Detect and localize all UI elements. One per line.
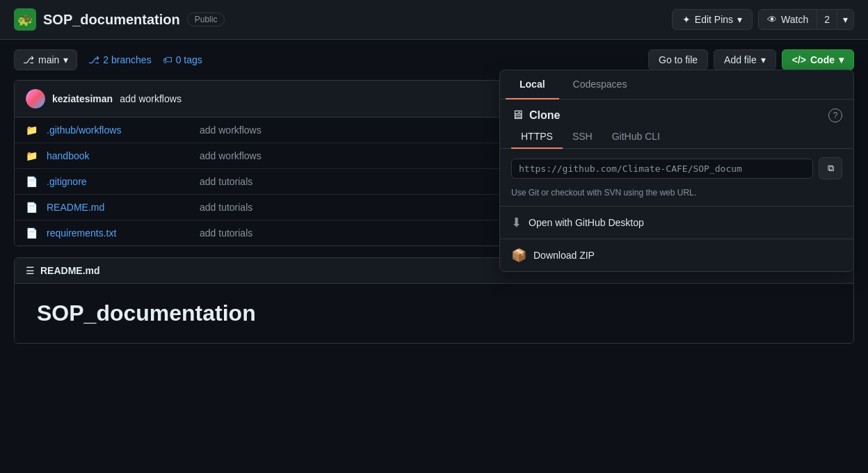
zip-icon: 📦	[511, 248, 527, 263]
clone-url-row: ⧉	[500, 149, 853, 188]
list-icon: ☰	[26, 265, 35, 276]
tab-codespaces[interactable]: Codespaces	[559, 70, 641, 99]
open-desktop-action[interactable]: ⬇ Open with GitHub Desktop	[500, 207, 853, 239]
header-left: 🐢 SOP_documentation Public	[14, 8, 225, 31]
copy-icon: ⧉	[828, 163, 834, 174]
go-to-file-button[interactable]: Go to file	[648, 49, 708, 70]
proto-tab-ssh[interactable]: SSH	[563, 125, 602, 149]
commit-message: add workflows	[120, 93, 182, 104]
readme-body: SOP_documentation	[15, 284, 853, 343]
desktop-icon: ⬇	[511, 215, 522, 230]
chevron-down-icon: ▾	[737, 14, 742, 25]
add-file-button[interactable]: Add file ▾	[714, 49, 776, 70]
folder-icon: 📁	[26, 150, 40, 161]
watch-main[interactable]: 👁 Watch	[759, 10, 817, 29]
folder-icon: 📁	[26, 125, 40, 136]
clone-title-row: 🖥 Clone	[511, 108, 560, 122]
chevron-down-icon: ▾	[761, 54, 766, 65]
watch-button[interactable]: 👁 Watch 2 ▾	[758, 9, 854, 30]
file-name-link[interactable]: requirements.txt	[47, 227, 186, 239]
code-icon: </>	[792, 54, 806, 65]
clone-tab-bar: Local Codespaces	[500, 70, 853, 99]
file-icon: 📄	[26, 227, 40, 239]
repo-name: SOP_documentation	[43, 12, 180, 28]
tab-local[interactable]: Local	[506, 70, 559, 99]
branch-fork-icon: ⎇	[88, 54, 99, 65]
clone-hint: Use Git or checkout with SVN using the w…	[500, 188, 853, 206]
readme-heading: SOP_documentation	[37, 300, 831, 326]
branch-bar-left: ⎇ main ▾ ⎇ 2 branches 🏷 0 tags	[14, 49, 202, 70]
branch-icon: ⎇	[23, 54, 34, 65]
chevron-down-icon: ▾	[63, 54, 68, 65]
clone-url-input[interactable]	[511, 159, 813, 179]
clone-terminal-icon: 🖥	[511, 108, 524, 122]
download-zip-action[interactable]: 📦 Download ZIP	[500, 239, 853, 271]
branches-link[interactable]: ⎇ 2 branches	[88, 54, 151, 65]
watch-count[interactable]: 2	[817, 10, 837, 29]
tags-link[interactable]: 🏷 0 tags	[163, 54, 202, 65]
repo-icon: 🐢	[14, 8, 36, 31]
branch-bar-right: Go to file Add file ▾ </> Code ▾	[648, 49, 854, 70]
file-name-link[interactable]: handbook	[47, 150, 186, 161]
proto-tab-cli[interactable]: GitHub CLI	[602, 125, 670, 149]
file-name-link[interactable]: .github/workflows	[47, 125, 186, 136]
header: 🐢 SOP_documentation Public ✦ Edit Pins ▾…	[0, 0, 868, 40]
pin-icon: ✦	[682, 14, 691, 25]
file-name-link[interactable]: .gitignore	[47, 176, 186, 187]
copy-url-button[interactable]: ⧉	[819, 157, 842, 179]
header-right: ✦ Edit Pins ▾ 👁 Watch 2 ▾	[672, 9, 854, 30]
tag-icon: 🏷	[163, 54, 172, 65]
avatar	[26, 89, 45, 109]
file-icon: 📄	[26, 202, 40, 213]
proto-tab-https[interactable]: HTTPS	[511, 125, 563, 149]
clone-help-icon[interactable]: ?	[828, 109, 842, 122]
file-name-link[interactable]: README.md	[47, 202, 186, 213]
clone-dropdown: Local Codespaces 🖥 Clone ? HTTPS SSH Git…	[499, 70, 854, 272]
clone-title: Clone	[529, 109, 560, 122]
eye-icon: 👁	[767, 14, 777, 25]
visibility-badge: Public	[187, 13, 225, 26]
commit-author: keziatesiman	[52, 93, 113, 104]
readme-filename: README.md	[40, 265, 100, 276]
chevron-down-icon: ▾	[839, 54, 844, 65]
file-icon: 📄	[26, 176, 40, 187]
code-button[interactable]: </> Code ▾	[782, 49, 854, 70]
edit-pins-button[interactable]: ✦ Edit Pins ▾	[672, 9, 753, 30]
watch-chevron-icon[interactable]: ▾	[837, 10, 853, 29]
clone-header-row: 🖥 Clone ?	[500, 99, 853, 122]
branch-selector[interactable]: ⎇ main ▾	[14, 49, 77, 70]
clone-protocol-tabs: HTTPS SSH GitHub CLI	[500, 125, 853, 149]
